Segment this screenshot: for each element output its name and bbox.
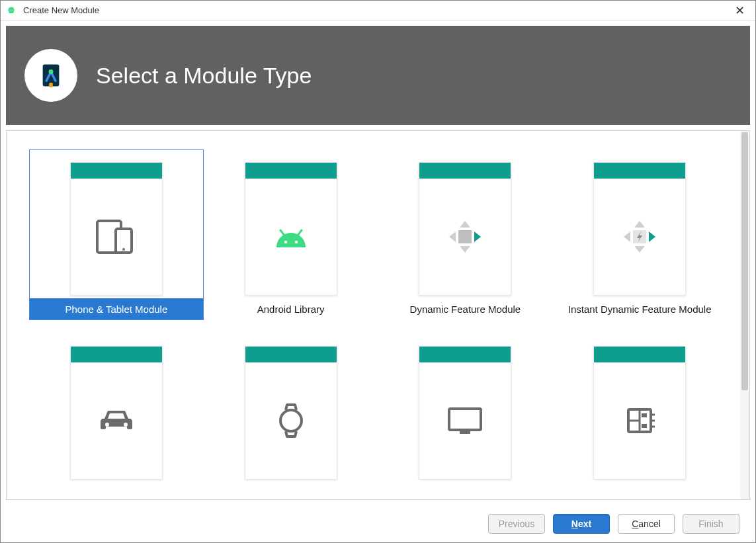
svg-rect-27	[642, 413, 647, 417]
module-option-wear[interactable]	[204, 333, 378, 499]
svg-marker-13	[449, 231, 456, 242]
module-label	[553, 482, 726, 499]
module-option-phone-tablet[interactable]: Phone & Tablet Module	[29, 149, 204, 320]
wizard-footer: Previous Next Cancel Finish	[1, 505, 755, 542]
module-option-dynamic-feature[interactable]: Dynamic Feature Module	[378, 149, 553, 320]
module-option-automotive[interactable]	[29, 333, 204, 499]
cancel-button[interactable]: Cancel	[618, 514, 675, 534]
tile	[593, 162, 686, 296]
module-option-tv[interactable]	[378, 333, 553, 499]
svg-rect-22	[449, 409, 481, 430]
svg-marker-20	[649, 231, 655, 242]
svg-point-1	[49, 69, 54, 74]
next-button[interactable]: Next	[553, 514, 610, 534]
module-label	[204, 482, 378, 499]
svg-rect-23	[460, 431, 470, 434]
window-title: Create New Module	[23, 5, 730, 15]
svg-marker-18	[634, 246, 645, 253]
titlebar: Create New Module ✕	[1, 1, 755, 21]
tile	[245, 346, 337, 480]
chip-icon	[622, 362, 657, 479]
svg-point-8	[284, 241, 286, 243]
android-studio-icon	[6, 5, 17, 16]
android-studio-logo-icon	[24, 49, 77, 102]
car-icon	[97, 362, 136, 479]
tile	[419, 162, 511, 296]
tile	[70, 346, 163, 480]
scrollbar[interactable]	[740, 131, 749, 499]
module-option-things[interactable]	[552, 333, 727, 499]
wizard-header: Select a Module Type	[6, 26, 750, 125]
svg-line-6	[280, 230, 284, 235]
module-label: Dynamic Feature Module	[379, 298, 552, 319]
tile	[70, 162, 163, 296]
svg-point-21	[280, 410, 302, 431]
svg-line-7	[298, 230, 302, 235]
module-label: Phone & Tablet Module	[30, 298, 203, 319]
finish-button[interactable]: Finish	[683, 514, 739, 534]
page-title: Select a Module Type	[96, 63, 312, 89]
svg-marker-12	[460, 246, 470, 253]
module-option-instant-dynamic-feature[interactable]: Instant Dynamic Feature Module	[552, 149, 727, 320]
svg-marker-19	[624, 231, 630, 242]
svg-rect-10	[458, 230, 472, 243]
module-label	[30, 482, 203, 499]
module-label: Instant Dynamic Feature Module	[553, 298, 726, 319]
tile	[245, 162, 337, 296]
phone-tablet-icon	[93, 179, 140, 295]
module-label	[379, 482, 552, 499]
module-option-android-library[interactable]: Android Library	[204, 149, 378, 320]
instant-dynamic-icon	[621, 179, 658, 295]
watch-icon	[274, 362, 308, 479]
svg-marker-11	[460, 221, 470, 228]
svg-rect-28	[642, 424, 647, 428]
android-icon	[271, 179, 311, 295]
tile	[419, 346, 511, 480]
svg-point-5	[122, 248, 125, 251]
dialog-window: Create New Module ✕ Select a Module Type	[0, 0, 756, 543]
svg-rect-2	[49, 83, 53, 87]
tile	[593, 346, 686, 480]
dynamic-feature-icon	[446, 179, 483, 295]
svg-marker-17	[634, 221, 645, 228]
svg-marker-14	[474, 231, 481, 242]
close-icon[interactable]: ✕	[730, 3, 750, 18]
module-grid-container: Phone & Tablet Module	[6, 130, 750, 500]
previous-button[interactable]: Previous	[488, 514, 545, 534]
svg-point-9	[294, 241, 297, 243]
module-label: Android Library	[204, 298, 378, 319]
tv-icon	[445, 362, 485, 479]
module-grid: Phone & Tablet Module	[7, 131, 749, 499]
scrollbar-thumb[interactable]	[741, 132, 748, 390]
